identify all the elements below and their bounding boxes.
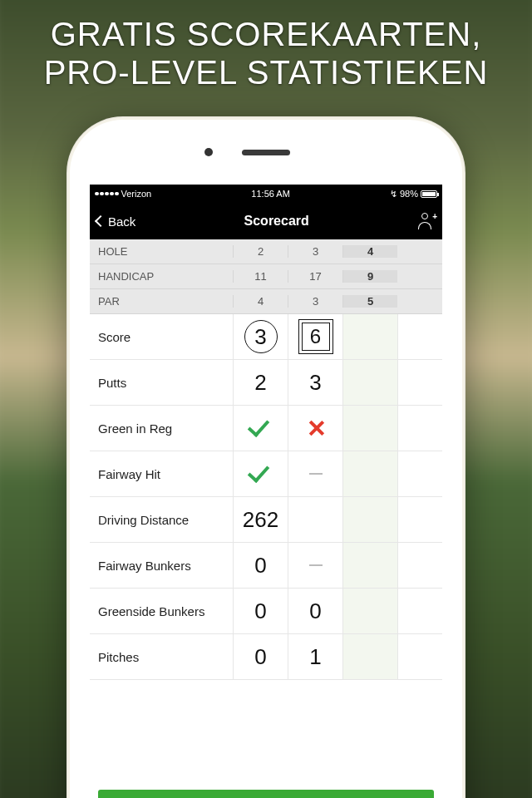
stat-cell[interactable]: 1 [288,634,342,679]
stat-row: Score36 [90,314,442,360]
check-icon [247,415,268,437]
stat-cell [397,634,421,679]
user-icon [421,213,428,219]
add-player-button[interactable]: + [417,213,436,229]
stat-cell[interactable]: 6 [288,314,342,359]
stat-cell[interactable] [288,497,342,542]
stat-cell [397,360,421,405]
stat-cell[interactable] [342,634,397,679]
stat-cell[interactable]: 0 [288,589,342,633]
header-cell[interactable]: 2 [233,245,288,258]
stat-cell[interactable] [342,360,397,405]
carrier-label: Verizon [121,189,152,199]
dash-icon [309,564,323,567]
stat-row: Greenside Bunkers00 [90,589,442,634]
stat-cell[interactable] [233,406,288,451]
stat-cell [397,589,421,633]
header-cell[interactable]: 9 [342,270,397,283]
stat-row: Green in Reg [90,406,442,451]
header-row: HANDICAP11179 [90,264,442,289]
header-label: HOLE [90,245,233,258]
stat-row: Driving Distance262 [90,497,442,543]
stat-cell [397,543,421,588]
stat-cell[interactable]: 3 [233,314,288,359]
header-grid: HOLE234HANDICAP11179PAR435 [90,239,442,314]
charging-icon: ↯ [390,189,397,200]
header-cell[interactable]: 4 [233,295,288,308]
battery-percent: 98% [400,189,418,199]
stat-label: Fairway Bunkers [90,559,233,573]
stat-row: Putts23 [90,360,442,406]
stat-cell[interactable] [342,497,397,542]
header-row: PAR435 [90,289,442,314]
phone-inner: Verizon 11:56 AM ↯ 98% Back Scorecard [70,120,462,798]
promo-headline: GRATIS SCOREKAARTEN, PRO-LEVEL STATISTIE… [0,15,532,91]
play-hole-button[interactable]: PLAY HOLE 5 [98,790,434,798]
phone-frame: Verizon 11:56 AM ↯ 98% Back Scorecard [66,116,466,798]
status-right: ↯ 98% [390,189,437,200]
stat-cell[interactable] [342,589,397,633]
plus-icon: + [432,212,437,221]
status-bar: Verizon 11:56 AM ↯ 98% [90,185,442,203]
stat-cell[interactable] [342,543,397,588]
nav-bar: Back Scorecard + [90,203,442,239]
stat-cell [397,451,421,496]
stat-cell[interactable] [233,451,288,496]
stat-cell[interactable]: 0 [233,589,288,633]
stat-cell[interactable] [342,406,397,451]
chevron-left-icon [95,215,106,227]
phone-screen: Verizon 11:56 AM ↯ 98% Back Scorecard [90,185,442,798]
signal-dots-icon [95,192,119,196]
stat-cell[interactable]: 0 [233,634,288,679]
header-cell[interactable]: 3 [288,295,342,308]
stat-cell[interactable]: 2 [233,360,288,405]
stat-cell[interactable]: 0 [233,543,288,588]
status-time: 11:56 AM [251,189,289,199]
header-label: HANDICAP [90,270,233,283]
stat-row: Pitches01 [90,634,442,680]
header-cell[interactable]: 4 [342,245,397,258]
stat-label: Green in Reg [90,421,233,436]
page-title: Scorecard [244,214,309,229]
stat-row: Fairway Hit [90,451,442,497]
phone-speaker [242,150,290,155]
header-cell[interactable]: 5 [342,295,397,308]
header-label: PAR [90,295,233,308]
stat-label: Score [90,330,233,344]
cross-icon [307,419,325,437]
stat-cell[interactable] [342,314,397,359]
check-icon [247,461,268,483]
stat-rows: Score36Putts23Green in RegFairway HitDri… [90,314,442,680]
header-row: HOLE234 [90,239,442,264]
stat-cell[interactable] [288,451,342,496]
phone-camera [204,148,213,156]
dash-icon [309,473,323,475]
header-cell[interactable]: 11 [233,270,288,283]
header-cell[interactable]: 3 [288,245,342,258]
stat-cell[interactable] [288,406,342,451]
stat-row: Fairway Bunkers0 [90,543,442,589]
battery-icon [421,190,437,198]
stat-cell [397,497,421,542]
double-bogey-square-icon: 6 [298,319,333,354]
stat-label: Fairway Hit [90,467,233,481]
stat-label: Greenside Bunkers [90,604,233,618]
stat-cell[interactable]: 3 [288,360,342,405]
promo-line-1: GRATIS SCOREKAARTEN, [0,15,532,53]
stat-cell [397,314,421,359]
stat-cell[interactable] [342,451,397,496]
stat-label: Driving Distance [90,513,233,527]
stat-label: Putts [90,376,233,390]
stat-label: Pitches [90,650,233,664]
stat-cell[interactable]: 262 [233,497,288,542]
promo-line-2: PRO-LEVEL STATISTIEKEN [0,53,532,91]
stat-cell [397,406,421,451]
back-label: Back [108,214,135,229]
birdie-circle-icon: 3 [244,320,278,353]
header-cell[interactable]: 17 [288,270,342,283]
stat-cell[interactable] [288,543,342,588]
status-left: Verizon [95,189,151,199]
back-button[interactable]: Back [96,214,135,229]
